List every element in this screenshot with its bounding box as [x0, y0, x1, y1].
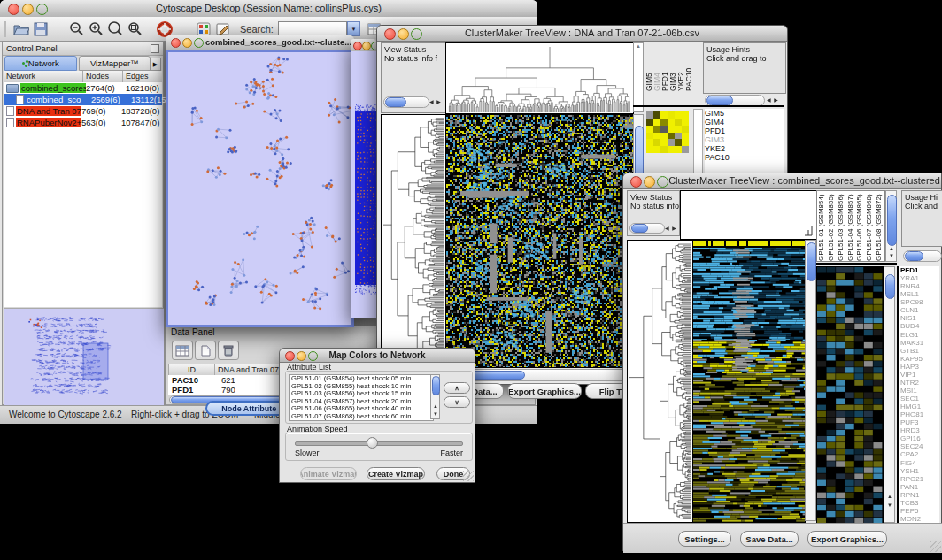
gene-label[interactable]: GIM5 [705, 109, 758, 118]
gene-label[interactable]: GIM3 [705, 135, 758, 144]
gene-label[interactable]: PEP5 [900, 507, 939, 515]
gene-label[interactable]: CPA2 [900, 450, 939, 458]
gene-label[interactable]: TCB3 [900, 499, 939, 507]
network-table-header[interactable]: Network Nodes Edges [4, 71, 162, 83]
col-label[interactable]: GPL51-02 (GSM855) [827, 191, 837, 261]
gene-label[interactable]: PFD1 [900, 266, 939, 274]
col-label[interactable]: GPL51-03 (GSM856) [837, 191, 846, 261]
col-label[interactable]: GIM3 [669, 42, 677, 91]
network1-canvas[interactable] [168, 52, 351, 325]
gene-label[interactable]: NIS1 [900, 314, 939, 322]
close-button[interactable] [353, 42, 362, 50]
create-vizmap-button[interactable]: Create Vizmap [367, 467, 425, 480]
minimize-button[interactable] [362, 42, 371, 50]
tv1-detail-matrix[interactable] [646, 111, 689, 153]
gene-label[interactable]: MON2 [900, 515, 939, 523]
zoom-in-icon[interactable] [86, 19, 105, 39]
minimize-button[interactable] [644, 176, 655, 188]
gene-label[interactable]: PAN1 [900, 483, 939, 491]
col-label[interactable]: PAC10 [685, 42, 693, 91]
tv2-labels-vscrollbar[interactable]: ▲ ▼ [885, 190, 897, 262]
col-label[interactable]: GPL51-08 (GSM872) [875, 191, 884, 261]
gene-label[interactable]: PUF3 [900, 418, 939, 426]
network-list-row[interactable]: combined_sco 2569(6) 13112(15) [4, 94, 162, 105]
gene-label[interactable]: GPI16 [900, 434, 939, 442]
gene-label[interactable]: BUD4 [900, 322, 939, 330]
gene-label[interactable]: NTR2 [900, 379, 939, 387]
gene-label[interactable]: YSH1 [900, 467, 939, 475]
gene-label[interactable]: FIG4 [900, 459, 939, 467]
gene-label[interactable]: PHO81 [900, 410, 939, 418]
open-file-icon[interactable] [12, 19, 31, 39]
tv2-row-dendro-canvas[interactable] [627, 240, 693, 523]
settings-button[interactable]: Settings... [678, 531, 731, 547]
tv2-genelist-vscrollbar[interactable]: ▲ ▼ [884, 266, 895, 523]
gene-label[interactable]: KAP95 [900, 355, 939, 363]
export-graphics-button[interactable]: Export Graphics... [807, 531, 887, 547]
gene-label[interactable]: HAP3 [900, 363, 939, 371]
export-graphics-button[interactable]: Export Graphics... [507, 383, 582, 399]
main-titlebar[interactable]: Cytoscape Desktop (Session Name: collins… [0, 0, 537, 18]
tv1-row-dendro-canvas[interactable] [381, 114, 446, 368]
gene-label[interactable]: MSL1 [900, 290, 939, 298]
tab[interactable]: VizMapper™ [79, 56, 151, 71]
gene-label[interactable]: SEC24 [900, 442, 939, 450]
gene-label[interactable]: GTB1 [900, 347, 939, 355]
tv2-heatmap-canvas[interactable] [692, 240, 806, 523]
close-button[interactable] [171, 38, 181, 48]
gene-label[interactable]: HMG1 [900, 403, 939, 410]
network-list-row[interactable]: DNA and Tran 07 769(0) 183728(0) [4, 105, 162, 117]
col-label[interactable]: PFD1 [661, 42, 669, 91]
save-icon[interactable] [31, 19, 50, 39]
tv1-status-scrollbar[interactable] [383, 96, 429, 108]
search-input[interactable] [278, 21, 347, 36]
gene-label[interactable]: PFD1 [705, 127, 758, 135]
gene-label[interactable]: RPN1 [900, 491, 939, 499]
gene-label[interactable]: GIM4 [705, 118, 758, 127]
gene-label[interactable]: VIP1 [900, 371, 939, 379]
gene-label[interactable]: SPC98 [900, 298, 939, 306]
close-button[interactable] [630, 176, 642, 188]
animate-vizmap-button[interactable]: Animate Vizmap [300, 467, 357, 480]
float-panel-icon[interactable] [151, 44, 159, 53]
attribute-item[interactable]: GPL51-07 (GSM868) heat shock 60 min [291, 413, 433, 421]
gene-label[interactable]: RPO21 [900, 475, 939, 483]
tv2-status-scrollbar[interactable] [629, 223, 665, 234]
new-attribute-icon[interactable] [195, 341, 216, 360]
gene-label[interactable]: YRA1 [900, 274, 939, 282]
gene-label[interactable]: MAK31 [900, 339, 939, 347]
col-label[interactable]: GPL51-01 (GSM854) [817, 191, 827, 261]
network-list-row[interactable]: combined_scores 2764(0) 16218(0) [4, 82, 162, 94]
move-up-button[interactable]: ∧ [444, 382, 470, 394]
gene-label[interactable]: ELG1 [900, 331, 939, 339]
more-tabs-button[interactable]: ▶ [150, 58, 161, 71]
gene-label[interactable]: MSI1 [900, 387, 939, 395]
minimize-button[interactable] [182, 38, 192, 48]
gene-label[interactable]: PAC10 [705, 153, 758, 162]
gene-label[interactable]: RNR4 [900, 282, 939, 290]
tv1-heatmap-canvas[interactable] [445, 114, 634, 368]
tab[interactable]: Network [4, 56, 77, 71]
tv1-col-scroll-strip[interactable]: ▲ [633, 42, 644, 112]
gene-label[interactable]: CLN1 [900, 306, 939, 314]
gene-label[interactable]: HRD3 [900, 426, 939, 434]
tv2-detail-canvas[interactable] [816, 266, 884, 525]
resize-grip[interactable] [463, 471, 474, 481]
col-label[interactable]: GPL51-07 (GSM868) [865, 191, 875, 261]
resize-grip[interactable] [930, 541, 941, 552]
tv2-heatmap-vscrollbar[interactable] [805, 240, 816, 521]
search-dropdown-arrow[interactable]: ▼ [347, 21, 360, 36]
zoom-out-icon[interactable] [66, 19, 86, 39]
tv1-col-dendro-canvas[interactable] [445, 42, 634, 114]
network-overview-canvas[interactable] [4, 308, 164, 406]
attribute-list-scrollbar[interactable]: ▲ ▼ [430, 374, 440, 419]
col-label[interactable]: GIM5 [645, 42, 653, 91]
gene-label[interactable]: SEC1 [900, 395, 939, 403]
delete-attribute-icon[interactable] [218, 341, 239, 360]
tv2-hints-scrollbar[interactable] [903, 250, 942, 262]
move-down-button[interactable]: ∨ [444, 396, 470, 408]
col-label[interactable]: GPL51-04 (GSM857) [846, 191, 856, 261]
network2-canvas[interactable] [351, 51, 376, 318]
save-data-button[interactable]: Save Data... [740, 531, 799, 547]
gene-label[interactable]: YKE2 [705, 144, 758, 153]
